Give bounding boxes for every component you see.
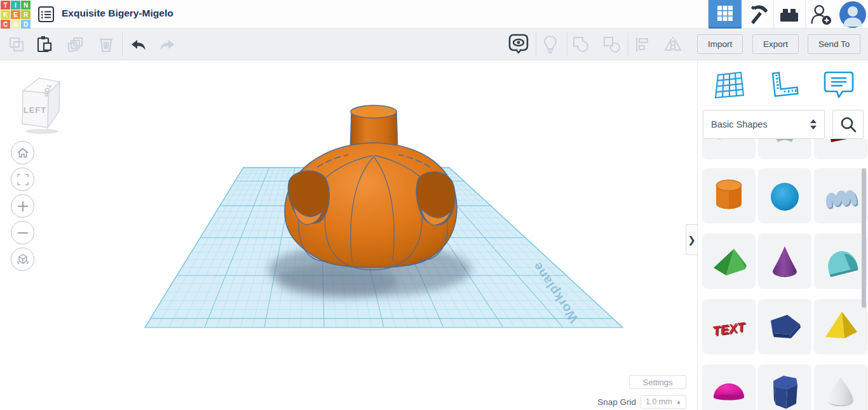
pyramid-shape-icon [820,307,861,347]
chevron-right-icon: ❯ [688,234,696,246]
brick-icon [780,6,799,23]
add-person-icon [810,4,832,25]
blocks-editor-button[interactable] [709,0,742,29]
sphere-shape-icon [764,176,805,216]
paste-button[interactable] [34,35,55,54]
logo-tile: D [21,20,31,29]
chevron-up-icon: ▲ [676,399,681,405]
zoom-out-button[interactable] [11,221,34,244]
notes-tool-tab[interactable] [812,65,865,105]
shape-tile-text[interactable]: TEXT TEXT [702,299,756,354]
divider [567,32,567,56]
logo-tile: T [1,1,10,10]
shape-tile-half-sphere[interactable] [702,364,756,410]
snap-grid-label: Snap Grid [597,397,636,407]
shape-tile-heart[interactable] [758,299,811,354]
notes-tool-icon [822,69,855,101]
paste-icon [36,36,53,53]
settings-button[interactable]: Settings [629,375,686,389]
fit-view-icon [17,174,29,185]
align-button[interactable] [632,35,653,54]
viewport-3d[interactable]: Workplane LEFT TOP [0,60,697,410]
cone-shape-icon [764,241,805,282]
paraboloid-shape-icon [820,372,861,410]
show-all-button[interactable] [508,35,529,54]
shape-tile-pyramid[interactable] [814,299,867,354]
panel-collapse-button[interactable]: ❯ [686,224,697,255]
logo-tile: E [11,10,20,19]
brick-button[interactable] [774,0,804,29]
shape-tile-round-roof[interactable] [814,234,867,289]
action-toolbar: Import Export Send To [0,29,868,60]
roof-shape-icon [709,241,749,282]
shapes-panel: TEXT TEXT [697,60,868,410]
ruler-tool-icon [766,70,799,100]
copy-button[interactable] [6,35,27,54]
home-view-button[interactable] [11,141,34,164]
delete-button[interactable] [96,35,116,54]
avatar [839,1,866,28]
text-shape-icon: TEXT TEXT [709,307,749,347]
snap-grid-value: 1.0 mm [646,397,672,406]
logo-tile: K [1,10,10,19]
redo-button[interactable] [157,35,177,54]
import-button[interactable]: Import [697,34,743,54]
mirror-button[interactable] [663,35,683,54]
shape-category-select[interactable]: Basic Shapes [703,110,825,139]
up-down-arrows-icon [810,119,817,129]
redo-icon [159,36,175,53]
polygon-shape-icon [764,372,805,410]
group-button[interactable] [571,35,592,54]
lights-button[interactable] [540,35,560,54]
logo-tile: R [21,10,31,19]
export-button[interactable]: Export [752,34,799,54]
workplane-tool-tab[interactable] [703,65,756,105]
orthographic-view-icon [16,253,30,267]
shape-tile-roof[interactable] [702,234,756,289]
half-sphere-shape-icon [709,372,749,410]
zoom-in-icon [17,201,29,212]
copy-icon [8,36,25,53]
invite-button[interactable] [806,0,836,29]
snap-grid-select[interactable]: 1.0 mm ▲ [641,395,686,409]
scribble-shape-icon [820,176,861,216]
logo-tile: A [11,20,20,29]
logo-tile: I [11,1,20,10]
workplane-tool-icon [713,70,746,100]
search-icon [840,116,857,133]
ruler-tool-tab[interactable] [756,65,810,105]
shape-tile-polygon[interactable] [758,364,811,410]
duplicate-icon [67,36,85,53]
fit-view-button[interactable] [11,168,34,191]
send-to-button[interactable]: Send To [808,34,860,54]
perspective-toggle-button[interactable] [11,248,34,271]
shape-tile-scribble[interactable] [814,168,867,223]
account-button[interactable] [837,0,868,29]
ungroup-button[interactable] [602,35,622,54]
view-cube[interactable]: LEFT TOP [14,70,72,139]
align-icon [634,36,651,53]
undo-button[interactable] [128,35,149,54]
heart-shape-icon [764,307,805,347]
duplicate-button[interactable] [65,35,86,54]
undo-icon [130,36,147,53]
pumpkin-model[interactable] [285,105,457,270]
shape-tile-paraboloid[interactable] [814,364,867,410]
zoom-out-icon [17,227,29,239]
lightbulb-icon [542,35,559,54]
zoom-in-button[interactable] [11,194,34,218]
design-properties-button[interactable] [38,6,54,22]
shape-tile-cone[interactable] [758,234,811,289]
divider [536,32,536,56]
tinkercad-logo[interactable]: T I N K E R C A D [0,0,30,29]
shape-tile-sphere[interactable] [758,168,811,223]
divider [628,32,628,56]
shape-search-button[interactable] [832,110,864,139]
trash-icon [98,36,114,53]
minecraft-button[interactable] [742,0,773,29]
panel-scrollbar[interactable] [862,168,866,308]
show-all-icon [508,34,529,55]
divider [122,32,123,56]
category-selected-value: Basic Shapes [711,119,768,129]
shape-tile-cylinder[interactable] [702,168,756,223]
